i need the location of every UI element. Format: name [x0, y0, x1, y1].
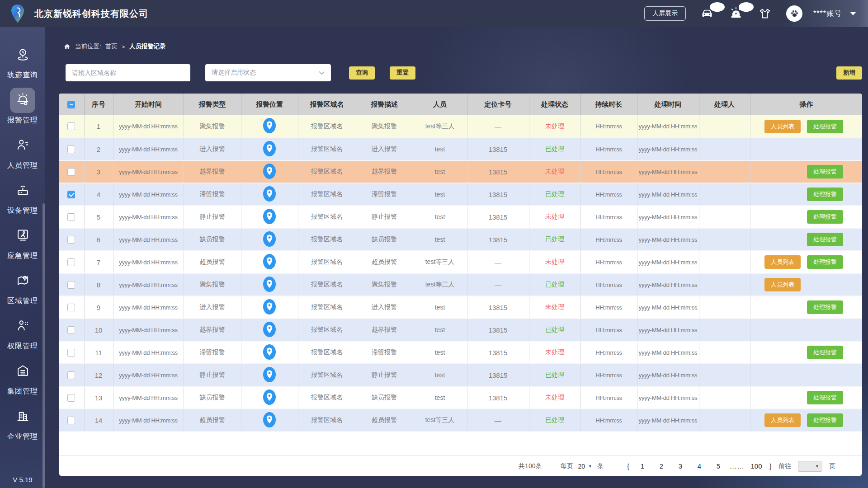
- sidebar-scrollbar[interactable]: [42, 203, 45, 488]
- person-list-button[interactable]: 人员列表: [764, 255, 801, 269]
- page-number-last[interactable]: 100: [747, 462, 766, 470]
- handle-alarm-button[interactable]: 处理报警: [807, 188, 843, 201]
- row-checkbox[interactable]: [67, 213, 75, 221]
- cell-description: 越界报警: [356, 319, 413, 341]
- row-checkbox[interactable]: [67, 145, 75, 153]
- location-pin-icon[interactable]: [263, 277, 276, 292]
- sidebar-item-track[interactable]: 轨迹查询: [0, 39, 45, 84]
- location-pin-icon[interactable]: [263, 367, 276, 382]
- row-checkbox[interactable]: [67, 326, 75, 334]
- caret-down-icon[interactable]: [850, 12, 856, 15]
- row-checkbox[interactable]: [67, 371, 75, 379]
- sidebar-item-group[interactable]: 集团管理: [0, 355, 45, 400]
- row-checkbox[interactable]: [67, 394, 75, 402]
- vehicle-icon[interactable]: [699, 7, 715, 20]
- cell-alarm-location: [241, 206, 298, 228]
- per-page-select[interactable]: 20▼: [578, 463, 592, 470]
- checkbox-cell: [59, 273, 84, 296]
- account-label[interactable]: ****账号: [813, 9, 842, 19]
- version-label: V 5.19: [0, 476, 45, 483]
- handle-alarm-button[interactable]: 处理报警: [807, 165, 843, 178]
- row-checkbox[interactable]: [67, 191, 75, 198]
- next-page-button[interactable]: }: [769, 462, 772, 470]
- page-number[interactable]: 2: [652, 462, 671, 470]
- sidebar-item-personnel[interactable]: 人员管理: [0, 129, 45, 174]
- location-pin-icon[interactable]: [263, 141, 276, 156]
- sidebar-item-device[interactable]: 设备管理: [0, 174, 45, 220]
- handle-alarm-button[interactable]: 处理报警: [807, 120, 843, 133]
- location-pin-icon[interactable]: [263, 209, 276, 224]
- location-pin-icon[interactable]: [263, 412, 276, 427]
- location-pin-icon[interactable]: [263, 118, 276, 133]
- cell-person: test等三人: [413, 409, 467, 432]
- page-number[interactable]: 1: [633, 462, 652, 470]
- row-checkbox[interactable]: [67, 236, 75, 244]
- sidebar-item-emergency[interactable]: 应急管理: [0, 220, 45, 265]
- person-list-button[interactable]: 人员列表: [764, 120, 801, 133]
- handle-alarm-button[interactable]: 处理报警: [807, 255, 843, 269]
- row-checkbox[interactable]: [67, 168, 75, 176]
- checkbox-cell: [59, 251, 84, 273]
- cell-card-number: 13815: [467, 206, 529, 228]
- location-pin-icon[interactable]: [263, 254, 276, 269]
- row-checkbox[interactable]: [67, 304, 75, 311]
- breadcrumb-link-home[interactable]: 首页: [105, 42, 118, 51]
- handle-alarm-button[interactable]: 处理报警: [807, 413, 843, 427]
- row-checkbox[interactable]: [67, 122, 75, 130]
- location-pin-icon[interactable]: [263, 231, 276, 247]
- sidebar-item-alarm[interactable]: 报警管理: [0, 84, 45, 129]
- column-header: 报警区域名: [298, 94, 356, 115]
- person-list-button[interactable]: 人员列表: [764, 413, 801, 427]
- cell-start-time: yyyy-MM-dd HH:mm:ss: [113, 228, 184, 251]
- cell-alarm-type: 缺员报警: [184, 386, 241, 409]
- area-name-input[interactable]: [66, 64, 190, 81]
- location-pin-icon[interactable]: [263, 322, 276, 337]
- goto-page-select[interactable]: ▼: [798, 461, 822, 472]
- cell-person: test: [413, 296, 467, 319]
- page-number[interactable]: 4: [690, 462, 709, 470]
- handle-alarm-button[interactable]: 处理报警: [807, 233, 843, 246]
- chevron-down-icon: [319, 69, 325, 77]
- reset-button[interactable]: 重置: [390, 66, 415, 80]
- cell-handle-time: yyyy-MM-dd HH:mm:ss: [637, 183, 699, 206]
- sidebar-item-enterprise[interactable]: 企业管理: [0, 400, 45, 446]
- row-checkbox[interactable]: [67, 417, 75, 424]
- sidebar: 轨迹查询报警管理人员管理设备管理应急管理区域管理权限管理集团管理企业管理 V 5…: [0, 27, 45, 488]
- select-all-checkbox[interactable]: [67, 101, 75, 108]
- location-pin-icon[interactable]: [263, 299, 276, 314]
- cell-status: 未处理: [529, 296, 580, 319]
- cell-alarm-location: [241, 386, 298, 409]
- sidebar-item-region[interactable]: 区域管理: [0, 265, 45, 310]
- status-select[interactable]: 请选择启用状态: [205, 64, 331, 81]
- row-checkbox[interactable]: [67, 281, 75, 289]
- paw-avatar-icon[interactable]: [786, 5, 802, 22]
- row-checkbox[interactable]: [67, 258, 75, 266]
- location-pin-icon[interactable]: [263, 344, 276, 360]
- location-pin-icon[interactable]: [263, 389, 276, 405]
- person-list-button[interactable]: 人员列表: [764, 278, 801, 291]
- search-button[interactable]: 查询: [349, 66, 375, 80]
- cell-person: test: [413, 138, 467, 160]
- cell-start-time: yyyy-MM-dd HH:mm:ss: [113, 183, 184, 206]
- cell-handler: [699, 273, 750, 296]
- cell-actions: 处理报警: [750, 206, 862, 228]
- page-number[interactable]: 3: [671, 462, 690, 470]
- select-all-cell: [59, 94, 84, 115]
- location-pin-icon[interactable]: [263, 186, 276, 202]
- location-pin-icon[interactable]: [263, 164, 276, 179]
- row-checkbox[interactable]: [67, 349, 75, 357]
- add-button[interactable]: 新增: [836, 66, 862, 80]
- handle-alarm-button[interactable]: 处理报警: [807, 210, 843, 224]
- sidebar-item-permission[interactable]: 权限管理: [0, 310, 45, 355]
- siren-icon[interactable]: [728, 7, 744, 20]
- cell-actions: 处理报警: [750, 228, 862, 251]
- handle-alarm-button[interactable]: 处理报警: [807, 300, 843, 314]
- table-row: 10yyyy-MM-dd HH:mm:ss越界报警报警区域名越界报警test13…: [59, 319, 862, 341]
- handle-alarm-button[interactable]: 处理报警: [807, 391, 843, 404]
- cell-description: 进入报警: [356, 296, 413, 319]
- handle-alarm-button[interactable]: 处理报警: [807, 346, 843, 359]
- big-screen-button[interactable]: 大屏展示: [644, 6, 686, 21]
- prev-page-button[interactable]: {: [627, 462, 629, 470]
- tshirt-icon[interactable]: [757, 7, 773, 20]
- page-number[interactable]: 5: [709, 462, 728, 470]
